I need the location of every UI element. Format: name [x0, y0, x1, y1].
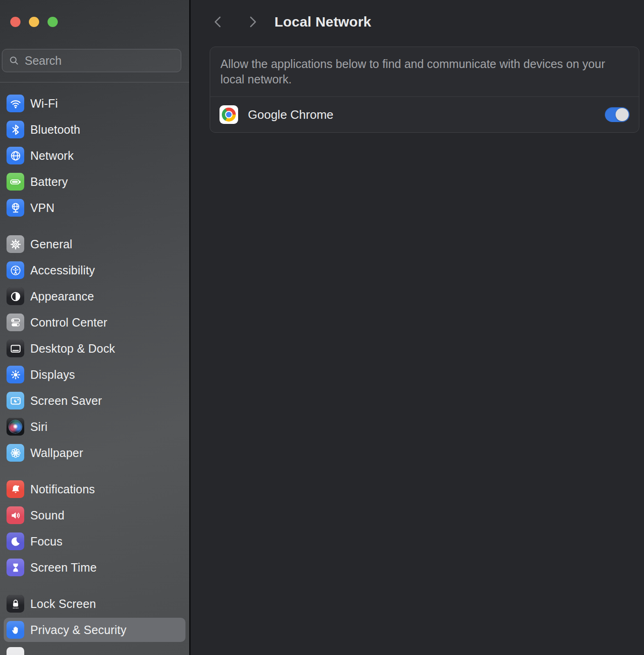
sidebar-item-accessibility[interactable]: Accessibility [4, 258, 185, 282]
hand-icon [7, 621, 24, 639]
app-list: Google Chrome [210, 97, 639, 132]
sidebar-item-wi-fi[interactable]: Wi-Fi [4, 91, 185, 116]
battery-icon [7, 173, 24, 191]
sidebar-item-label: Focus [30, 535, 62, 548]
sidebar-item-general[interactable]: General [4, 232, 185, 256]
control-center-icon [7, 314, 24, 331]
siri-orb-icon [7, 418, 24, 436]
window-controls [0, 0, 189, 27]
forward-button[interactable] [247, 15, 259, 29]
sidebar-group: GeneralAccessibilityAppearanceControl Ce… [4, 232, 185, 465]
local-network-pane: Local Network Allow the applications bel… [191, 0, 644, 655]
app-row-google-chrome: Google Chrome [210, 97, 639, 132]
desktop-dock-icon [7, 340, 24, 357]
minimize-button[interactable] [29, 17, 39, 27]
gear-icon [7, 235, 24, 253]
sidebar-item-label: Sound [30, 509, 64, 522]
hourglass-icon [7, 559, 24, 576]
pane-header: Local Network [191, 0, 644, 44]
sidebar-item-label: Lock Screen [30, 597, 96, 611]
sidebar-item-displays[interactable]: Displays [4, 362, 185, 387]
local-network-panel: Allow the applications below to find and… [210, 47, 639, 133]
sidebar-item-label: Wi-Fi [30, 97, 58, 110]
system-settings-window: Search Wi-FiBluetoothNetworkBatteryVPNGe… [0, 0, 644, 655]
search-icon [8, 55, 20, 66]
lock-icon [7, 595, 24, 613]
sidebar-item-screen-time[interactable]: Screen Time [4, 555, 185, 580]
sidebar-item-partial[interactable] [4, 644, 185, 655]
globe-icon [7, 147, 24, 164]
sidebar-item-label: General [30, 238, 72, 251]
speaker-icon [7, 506, 24, 524]
screen-saver-icon [7, 392, 24, 409]
sidebar-item-label: Siri [30, 420, 48, 434]
search-input[interactable]: Search [2, 49, 181, 72]
flower-icon [7, 444, 24, 462]
sidebar-item-wallpaper[interactable]: Wallpaper [4, 441, 185, 465]
sidebar-item-label: Wallpaper [30, 446, 83, 460]
accessibility-icon [7, 261, 24, 279]
app-name: Google Chrome [248, 108, 334, 122]
appearance-icon [7, 287, 24, 305]
page-title: Local Network [274, 14, 371, 30]
sidebar-item-label: VPN [30, 201, 55, 215]
sidebar-item-sound[interactable]: Sound [4, 503, 185, 527]
back-button[interactable] [212, 15, 224, 29]
sidebar-item-label: Privacy & Security [30, 623, 126, 637]
panel-description: Allow the applications below to find and… [210, 47, 639, 96]
vpn-globe-icon [7, 199, 24, 217]
sidebar-item-vpn[interactable]: VPN [4, 196, 185, 220]
sidebar-item-lock-screen[interactable]: Lock Screen [4, 592, 185, 616]
google-chrome-toggle[interactable] [605, 107, 630, 122]
wifi-icon [7, 95, 24, 112]
sidebar-item-battery[interactable]: Battery [4, 170, 185, 194]
sidebar-group: Lock ScreenPrivacy & Security [4, 592, 185, 655]
sun-icon [7, 366, 24, 383]
sidebar-item-appearance[interactable]: Appearance [4, 284, 185, 308]
bell-icon [7, 480, 24, 498]
sidebar-group: NotificationsSoundFocusScreen Time [4, 477, 185, 580]
chevron-right-icon [247, 15, 259, 29]
sidebar-item-label: Displays [30, 368, 75, 382]
sidebar-item-label: Control Center [30, 316, 107, 329]
bluetooth-icon [7, 121, 24, 138]
sidebar-item-notifications[interactable]: Notifications [4, 477, 185, 501]
zoom-button[interactable] [48, 17, 58, 27]
sidebar-item-desktop-dock[interactable]: Desktop & Dock [4, 336, 185, 361]
sidebar-item-focus[interactable]: Focus [4, 529, 185, 553]
sidebar-item-siri[interactable]: Siri [4, 415, 185, 439]
close-button[interactable] [10, 17, 21, 27]
sidebar-item-label: Screen Saver [30, 394, 102, 408]
sidebar-item-network[interactable]: Network [4, 143, 185, 168]
chrome-icon [219, 105, 238, 124]
sidebar-nav: Wi-FiBluetoothNetworkBatteryVPNGeneralAc… [0, 82, 189, 655]
partial-app-icon [7, 647, 24, 655]
sidebar-item-label: Battery [30, 175, 68, 189]
sidebar-item-label: Network [30, 149, 74, 163]
sidebar-item-label: Appearance [30, 290, 94, 303]
sidebar-item-label: Notifications [30, 483, 95, 496]
search-placeholder: Search [25, 54, 62, 68]
moon-icon [7, 532, 24, 550]
sidebar: Search Wi-FiBluetoothNetworkBatteryVPNGe… [0, 0, 191, 655]
sidebar-item-label: Bluetooth [30, 123, 80, 136]
sidebar-item-label: Desktop & Dock [30, 342, 115, 355]
sidebar-group: Wi-FiBluetoothNetworkBatteryVPN [4, 91, 185, 220]
sidebar-item-label: Screen Time [30, 561, 97, 574]
sidebar-item-bluetooth[interactable]: Bluetooth [4, 117, 185, 142]
sidebar-item-privacy-security[interactable]: Privacy & Security [4, 618, 185, 642]
toggle-knob [616, 108, 629, 121]
sidebar-item-label: Accessibility [30, 264, 95, 277]
sidebar-item-screen-saver[interactable]: Screen Saver [4, 389, 185, 413]
sidebar-item-control-center[interactable]: Control Center [4, 310, 185, 334]
chevron-left-icon [212, 15, 224, 29]
